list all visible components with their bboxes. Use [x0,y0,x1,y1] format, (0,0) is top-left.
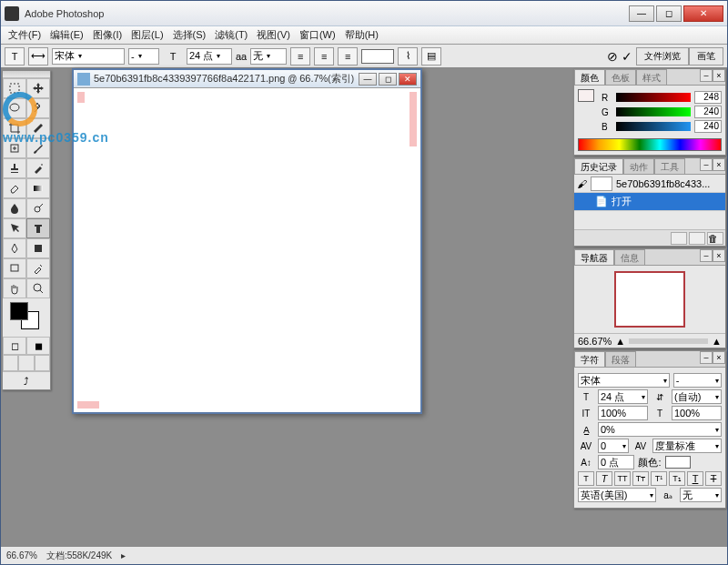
doc-close-button[interactable]: ✕ [399,73,417,86]
char-kerning-field[interactable]: 0%▾ [598,422,722,437]
window-minimize-button[interactable]: — [629,5,654,22]
font-size-select[interactable]: 24 点▾ [187,48,232,65]
delete-state-button[interactable]: 🗑 [707,232,723,245]
panel-close-button[interactable]: × [713,158,725,171]
palettes-button[interactable]: ▤ [421,47,441,66]
healing-tool[interactable] [3,138,26,158]
tab-info[interactable]: 信息 [614,249,645,265]
status-docinfo[interactable]: 文档:558K/249K [46,550,112,562]
screen-mode-1[interactable] [3,355,18,371]
char-color-swatch[interactable] [665,456,691,469]
menu-window[interactable]: 窗口(W) [296,28,339,42]
faux-italic-button[interactable]: T [596,471,612,486]
color-picker[interactable] [3,298,50,337]
char-font-select[interactable]: 宋体▾ [578,373,670,388]
wand-tool[interactable] [26,98,50,118]
char-size-field[interactable]: 24 点▾ [598,389,648,404]
smallcaps-button[interactable]: Tᴛ [632,471,649,486]
b-value[interactable]: 240 [694,120,722,133]
char-vscale-field[interactable]: 100% [598,406,648,420]
text-color-swatch[interactable] [361,49,394,64]
quickmask-mode-button[interactable]: ◼ [26,337,50,355]
char-style-select[interactable]: -▾ [673,373,722,388]
menu-image[interactable]: 图像(I) [89,28,126,42]
b-slider[interactable] [616,122,691,131]
align-right-button[interactable]: ≡ [338,47,358,66]
tool-preset-icon[interactable]: T [5,47,25,66]
char-baseline-field[interactable]: 0 点 [598,455,634,469]
move-tool[interactable] [26,78,50,98]
new-snapshot-button[interactable] [689,232,705,245]
char-metrics-field[interactable]: 度量标准▾ [652,439,722,453]
tab-swatches[interactable]: 色板 [605,69,636,85]
stamp-tool[interactable] [3,158,26,178]
align-left-button[interactable]: ≡ [290,47,310,66]
fg-bg-swatches[interactable] [578,89,594,135]
eraser-tool[interactable] [3,178,26,198]
panel-close-button[interactable]: × [713,249,725,262]
panel-collapse-button[interactable]: – [700,249,713,262]
crop-tool[interactable] [3,118,26,138]
subscript-button[interactable]: T₁ [669,471,685,486]
g-value[interactable]: 240 [694,106,722,118]
navigator-zoom[interactable]: 66.67% [578,336,612,347]
zoom-slider[interactable] [629,338,708,344]
toolbox-grip[interactable] [3,71,50,78]
char-lang-select[interactable]: 英语(美国)▾ [578,488,656,502]
dodge-tool[interactable] [26,198,50,218]
char-aa-select[interactable]: 无▾ [680,488,722,502]
panel-collapse-button[interactable]: – [700,351,713,364]
blur-tool[interactable] [3,198,26,218]
tab-file-browser[interactable]: 文件浏览 [636,47,689,66]
brush-tool[interactable] [26,138,50,158]
history-step-open[interactable]: 📄 打开 [574,193,725,211]
window-maximize-button[interactable]: ◻ [656,5,682,22]
panel-close-button[interactable]: × [713,69,725,82]
pen-tool[interactable] [3,238,26,258]
menu-select[interactable]: 选择(S) [169,28,210,42]
tab-navigator[interactable]: 导航器 [574,249,614,265]
type-tool[interactable] [26,218,50,238]
superscript-button[interactable]: T¹ [651,471,667,486]
tab-actions[interactable]: 动作 [623,158,654,174]
screen-mode-2[interactable] [18,355,34,371]
char-leading-field[interactable]: (自动)▾ [672,389,722,404]
menu-view[interactable]: 视图(V) [253,28,294,42]
panel-collapse-button[interactable]: – [700,69,713,82]
menu-filter[interactable]: 滤镜(T) [211,28,251,42]
strikethrough-button[interactable]: T [705,471,722,486]
antialias-select[interactable]: 无▾ [250,48,287,65]
new-doc-from-state-button[interactable] [671,232,687,245]
history-snapshot-row[interactable]: 🖌 5e70b6391fb8c433... [574,175,725,193]
menu-edit[interactable]: 编辑(E) [46,28,87,42]
tab-brushes[interactable]: 画笔 [689,47,723,66]
g-slider[interactable] [616,107,691,116]
spectrum-bar[interactable] [578,138,722,151]
gradient-tool[interactable] [26,178,50,198]
panel-close-button[interactable]: × [713,351,725,364]
zoom-out-icon[interactable]: ▲ [615,336,625,347]
tab-paragraph[interactable]: 段落 [605,351,636,367]
font-style-select[interactable]: -▾ [128,48,159,65]
slice-tool[interactable] [26,118,50,138]
menu-layer[interactable]: 图层(L) [127,28,167,42]
char-hscale-field[interactable]: 100% [672,406,722,420]
allcaps-button[interactable]: TT [614,471,631,486]
tab-history[interactable]: 历史记录 [574,158,623,174]
r-slider[interactable] [616,93,691,102]
zoom-tool[interactable] [26,278,50,298]
status-zoom[interactable]: 66.67% [6,550,37,560]
tab-color[interactable]: 颜色 [574,69,605,85]
foreground-color[interactable] [10,302,28,320]
tab-tools[interactable]: 工具 [654,158,685,174]
lasso-tool[interactable] [3,98,26,118]
orientation-toggle-icon[interactable]: ⟷ [28,47,48,66]
tab-character[interactable]: 字符 [574,351,605,367]
navigator-preview[interactable] [574,266,725,333]
jump-to-button[interactable]: ⤴ [3,371,50,389]
doc-maximize-button[interactable]: ◻ [379,73,397,86]
align-center-button[interactable]: ≡ [314,47,334,66]
menu-help[interactable]: 帮助(H) [341,28,382,42]
menu-file[interactable]: 文件(F) [5,28,45,42]
shape-tool[interactable] [26,238,50,258]
